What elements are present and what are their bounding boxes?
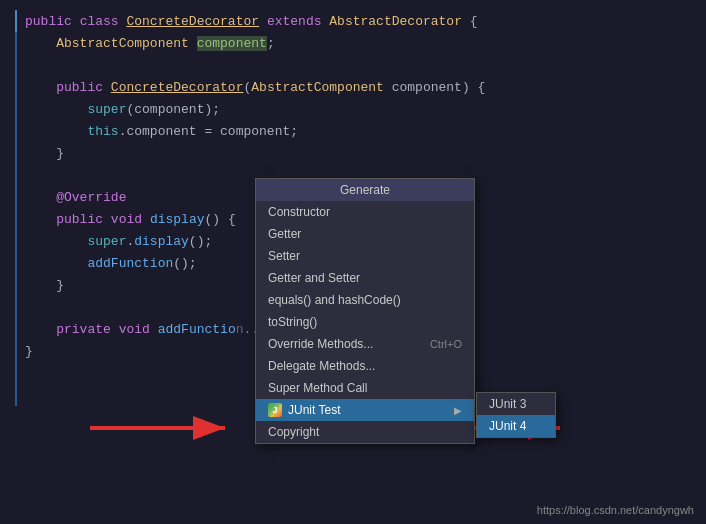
line-gutter: [5, 208, 17, 230]
context-menu-header: Generate: [256, 179, 474, 201]
line-gutter: [5, 230, 17, 252]
submenu-panel: JUnit 3 JUnit 4: [476, 392, 556, 438]
url-label: https://blog.csdn.net/candyngwh: [537, 504, 694, 516]
menu-item-copyright[interactable]: Copyright: [256, 421, 474, 443]
line-gutter: [5, 10, 17, 32]
code-line-7: }: [0, 142, 706, 164]
code-line-5: super(component);: [0, 98, 706, 120]
line-gutter: [5, 318, 17, 340]
code-line-3: [0, 54, 706, 76]
line-gutter: [5, 76, 17, 98]
junit-icon: J: [268, 403, 282, 417]
line-gutter: [5, 274, 17, 296]
menu-item-tostring[interactable]: toString(): [256, 311, 474, 333]
line-gutter: [5, 98, 17, 120]
line-gutter: [5, 32, 17, 54]
line-gutter: [5, 384, 17, 406]
code-line-1: public class ConcreteDecorator extends A…: [0, 10, 706, 32]
code-line-6: this.component = component;: [0, 120, 706, 142]
submenu-item-junit4[interactable]: JUnit 4: [477, 415, 555, 437]
line-gutter: [5, 120, 17, 142]
submenu-item-junit3[interactable]: JUnit 3: [477, 393, 555, 415]
menu-item-equals-hashcode[interactable]: equals() and hashCode(): [256, 289, 474, 311]
menu-item-override-methods[interactable]: Override Methods... Ctrl+O: [256, 333, 474, 355]
menu-item-getter-setter[interactable]: Getter and Setter: [256, 267, 474, 289]
red-arrow-left: [80, 408, 240, 448]
context-menu: Generate Constructor Getter Setter Gette…: [255, 178, 475, 444]
line-gutter: [5, 186, 17, 208]
menu-item-setter[interactable]: Setter: [256, 245, 474, 267]
line-gutter: [5, 54, 17, 76]
line-gutter: [5, 164, 17, 186]
code-line-2: AbstractComponent component;: [0, 32, 706, 54]
menu-item-delegate-methods[interactable]: Delegate Methods...: [256, 355, 474, 377]
line-gutter: [5, 142, 17, 164]
line-gutter: [5, 252, 17, 274]
line-gutter: [5, 340, 17, 362]
menu-item-super-method[interactable]: Super Method Call: [256, 377, 474, 399]
menu-item-junit-test[interactable]: J JUnit Test ▶: [256, 399, 474, 421]
menu-item-constructor[interactable]: Constructor: [256, 201, 474, 223]
code-editor: public class ConcreteDecorator extends A…: [0, 0, 706, 524]
code-line-4: public ConcreteDecorator(AbstractCompone…: [0, 76, 706, 98]
line-gutter: [5, 362, 17, 384]
line-gutter: [5, 296, 17, 318]
context-menu-panel[interactable]: Generate Constructor Getter Setter Gette…: [255, 178, 475, 444]
submenu-arrow-icon: ▶: [454, 405, 462, 416]
menu-item-getter[interactable]: Getter: [256, 223, 474, 245]
